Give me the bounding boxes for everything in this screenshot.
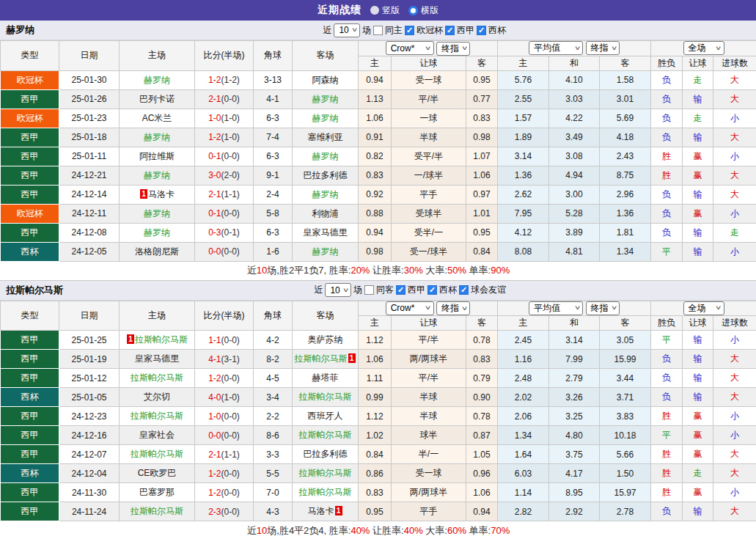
- recent-count-value: 10: [339, 25, 348, 35]
- result-outcome: 负: [651, 350, 683, 369]
- score-cell: 0-0(0-0): [195, 426, 254, 445]
- odds-time-select[interactable]: 终指˅: [436, 301, 470, 315]
- score-halftime: (1-1): [221, 449, 240, 460]
- avg-away: 2.43: [600, 147, 651, 166]
- result-outcome: 平: [651, 331, 683, 350]
- avg-home: 4.12: [498, 223, 549, 242]
- radio-vertical-icon[interactable]: [370, 6, 379, 15]
- radio-horizontal-icon[interactable]: [408, 6, 418, 15]
- scope-select[interactable]: 全场˅: [683, 41, 724, 55]
- col-header-odds-away: 客: [466, 56, 498, 70]
- league-checkbox-1[interactable]: [405, 26, 414, 35]
- layout-vertical-radio[interactable]: 竖版: [370, 4, 400, 17]
- col-header-score: 比分(半场): [195, 301, 254, 331]
- league-label-1[interactable]: 西甲: [408, 284, 425, 296]
- score-halftime: (2-0): [221, 170, 240, 180]
- same-venue-checkbox[interactable]: [373, 26, 383, 35]
- score-cell: 2-1(1-1): [195, 445, 254, 464]
- footer-stat-segment: 场,胜2平1负7, 胜率:: [267, 265, 351, 276]
- league-label-2[interactable]: 西杯: [439, 284, 457, 296]
- col-header-odds-line: 让球: [392, 56, 466, 70]
- recent-count-select[interactable]: 10 ˅: [334, 23, 360, 37]
- home-team-cell: 艾尔切: [120, 388, 195, 407]
- corner-count: 6-3: [254, 147, 293, 166]
- score-cell: 1-0(0-0): [195, 407, 254, 426]
- corner-count: 6-3: [254, 109, 293, 128]
- match-type: 西甲: [1, 128, 59, 147]
- score-cell: 1-0(1-0): [195, 109, 254, 128]
- avg-draw: 5.28: [549, 204, 600, 223]
- league-checkbox-2[interactable]: [427, 285, 437, 295]
- home-team-cell: 赫罗纳: [120, 70, 195, 89]
- avg-time-select[interactable]: 终指˅: [586, 301, 620, 315]
- league-label-3[interactable]: 球会友谊: [471, 284, 506, 296]
- result-handicap: 走: [683, 70, 713, 89]
- avg-home: 1.57: [498, 109, 549, 128]
- league-checkbox-1[interactable]: [396, 285, 405, 295]
- result-goals: 走: [713, 223, 756, 242]
- score-cell: 2-1(1-1): [195, 185, 254, 204]
- match-type: 西甲: [1, 89, 59, 109]
- home-red-card-badge: 1: [127, 334, 134, 344]
- average-select[interactable]: 平均值˅: [529, 41, 583, 55]
- col-header-res-goals: 进球数: [713, 56, 756, 70]
- recent-count-select[interactable]: 10 ˅: [325, 283, 351, 297]
- match-type: 西甲: [1, 166, 59, 185]
- bookmaker-select[interactable]: Crow*˅: [386, 41, 434, 55]
- radio-horizontal-label[interactable]: 横版: [421, 4, 438, 17]
- home-team-cell: 阿拉维斯: [120, 147, 195, 166]
- league-checkbox-3[interactable]: [459, 285, 469, 295]
- score-cell: 1-2(0-0): [195, 483, 254, 502]
- match-row: 欧冠杯 25-01-23 AC米兰 1-0(1-0) 6-3 赫罗纳 1.06 …: [1, 109, 756, 128]
- home-team-cell: 洛格朗尼斯: [120, 242, 195, 261]
- col-header-home: 主场: [120, 41, 195, 71]
- avg-draw: 3.75: [549, 445, 600, 464]
- corner-count: 6-3: [254, 223, 293, 242]
- score-fulltime: 1-2: [208, 488, 221, 498]
- chevron-down-icon: ˅: [612, 45, 617, 52]
- league-checkbox-2[interactable]: [445, 26, 455, 35]
- same-venue-label[interactable]: 同主: [385, 24, 403, 37]
- score-halftime: (0-0): [221, 246, 240, 257]
- average-select[interactable]: 平均值˅: [529, 301, 583, 315]
- footer-stat-segment: 90%: [491, 265, 510, 276]
- bookmaker-select[interactable]: Crow*˅: [386, 301, 434, 315]
- result-goals: 小: [713, 407, 756, 426]
- home-team-name: 巴塞罗那: [139, 487, 175, 497]
- result-handicap: 走: [683, 109, 713, 128]
- result-handicap: 赢: [683, 407, 713, 426]
- match-type: 西甲: [1, 483, 59, 502]
- home-team-cell: 1马洛卡: [120, 185, 195, 204]
- same-venue-checkbox[interactable]: [364, 285, 374, 295]
- layout-horizontal-radio[interactable]: 横版: [408, 4, 438, 17]
- result-goals: 小: [713, 147, 756, 166]
- home-team-cell: 赫罗纳: [120, 166, 195, 185]
- corner-count: 4-2: [254, 331, 293, 350]
- match-row: 西甲 25-01-26 巴列卡诺 2-1(0-0) 4-1 赫罗纳 1.13 平…: [1, 89, 756, 109]
- score-fulltime: 2-1: [208, 189, 221, 199]
- title-bar: 近期战绩 竖版 横版: [0, 0, 756, 21]
- result-outcome: 胜: [651, 483, 683, 502]
- avg-draw: 4.10: [549, 70, 600, 89]
- league-label-3[interactable]: 西杯: [488, 24, 506, 37]
- match-row: 欧冠杯 24-12-11 赫罗纳 0-1(0-0) 5-8 利物浦 0.88 受…: [1, 204, 756, 223]
- odds-home: 1.11: [359, 369, 392, 388]
- result-outcome: 胜: [651, 166, 683, 185]
- recent-label: 近: [314, 284, 323, 296]
- score-fulltime: 3-0: [208, 170, 221, 180]
- scope-select[interactable]: 全场˅: [683, 301, 724, 315]
- chevron-down-icon: ˅: [462, 45, 467, 52]
- odds-time-select[interactable]: 终指˅: [436, 42, 470, 56]
- radio-vertical-label[interactable]: 竖版: [382, 4, 400, 17]
- away-team-cell: 拉斯帕尔马斯: [293, 464, 359, 483]
- same-venue-label[interactable]: 同客: [376, 284, 394, 296]
- home-team-name: 马洛卡: [148, 189, 175, 199]
- result-goals: 小: [713, 242, 756, 261]
- match-date: 25-01-11: [59, 147, 120, 166]
- footer-stat-segment: 50%: [447, 265, 466, 276]
- league-checkbox-3[interactable]: [477, 26, 486, 35]
- avg-time-select[interactable]: 终指˅: [586, 41, 620, 55]
- result-goals: 小: [713, 426, 756, 445]
- league-label-1[interactable]: 欧冠杯: [416, 24, 443, 37]
- league-label-2[interactable]: 西甲: [457, 24, 474, 37]
